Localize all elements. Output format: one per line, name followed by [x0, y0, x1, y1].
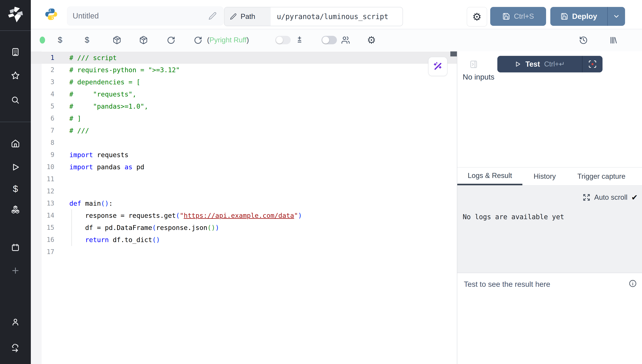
code-line[interactable]: 16 return df.to_dict() — [31, 234, 457, 246]
resources-dollar-icon[interactable]: $ — [85, 29, 89, 51]
multiplayer-toggle[interactable] — [322, 36, 337, 44]
edit-path-pencil-icon — [230, 13, 237, 20]
code-line[interactable]: 14 response = requests.get("https://api.… — [31, 209, 457, 222]
windmill-logo[interactable] — [6, 5, 25, 24]
workspace-switch-icon[interactable] — [11, 344, 20, 353]
star-icon[interactable] — [11, 71, 20, 80]
package-icon[interactable] — [139, 36, 148, 44]
save-draft-button[interactable]: Ctrl+S — [490, 7, 546, 26]
line-number: 5 — [31, 102, 54, 110]
deploy-label: Deploy — [572, 12, 597, 20]
python-logo-icon — [45, 8, 58, 21]
user-icon[interactable] — [11, 318, 20, 327]
line-number: 7 — [31, 127, 54, 134]
no-logs-text: No logs are available yet — [463, 213, 564, 221]
code-line[interactable]: 12 — [31, 185, 457, 197]
deploy-button[interactable]: Deploy — [550, 7, 607, 26]
tab-trigger-capture[interactable]: Trigger capture — [567, 168, 636, 185]
ai-assistant-button[interactable] — [428, 57, 448, 76]
collapse-panel-icon[interactable] — [469, 59, 478, 69]
code-line[interactable]: 6# ] — [31, 112, 457, 124]
script-path-widget[interactable]: Path u/pyranota/luminous_script — [224, 7, 403, 26]
deploy-button-group: Deploy — [550, 7, 625, 26]
sidebar-divider — [0, 122, 31, 122]
script-title-field[interactable]: Untitled — [67, 6, 224, 26]
code-editor[interactable]: 1# /// script2# requires-python = ">=3.1… — [31, 51, 457, 364]
chevron-down-icon — [613, 13, 620, 20]
line-number: 13 — [31, 200, 54, 207]
refresh-icon[interactable] — [167, 36, 175, 44]
code-line[interactable]: 3# dependencies = [ — [31, 76, 457, 88]
line-number: 1 — [31, 54, 54, 62]
building-icon[interactable] — [11, 48, 20, 56]
test-shortcut: Ctrl+↵ — [544, 60, 565, 68]
sidebar-divider — [0, 30, 31, 31]
code-line[interactable]: 11 — [31, 173, 457, 185]
save-shortcut-label: Ctrl+S — [514, 12, 534, 20]
code-text: # "pandas>=1.0", — [69, 102, 148, 110]
tab-history[interactable]: History — [523, 168, 566, 185]
capture-run-button[interactable] — [582, 56, 602, 72]
code-line[interactable]: 17 — [31, 246, 457, 258]
plus-icon[interactable] — [11, 266, 20, 275]
code-line[interactable]: 1# /// script — [31, 52, 457, 64]
code-text: return df.to_dict() — [69, 236, 160, 244]
boxes-icon[interactable] — [11, 205, 20, 214]
deploy-options-button[interactable] — [608, 7, 625, 26]
library-icon[interactable] — [609, 36, 618, 45]
code-line[interactable]: 9import requests — [31, 149, 457, 161]
logs-section: Auto scroll ✔ No logs are available yet — [457, 186, 642, 273]
variables-dollar-icon[interactable]: $ — [58, 29, 62, 51]
run-panel: Test Ctrl+↵ No inputs Logs & ResultHisto… — [457, 51, 642, 364]
no-inputs-text: No inputs — [463, 73, 494, 81]
users-icon — [341, 36, 350, 44]
play-icon[interactable] — [11, 162, 20, 172]
history-icon[interactable] — [579, 36, 588, 45]
line-number: 2 — [31, 66, 54, 74]
editor-scrollbar-thumb[interactable] — [450, 52, 457, 56]
code-line[interactable]: 5# "pandas>=1.0", — [31, 100, 457, 112]
status-dot — [40, 36, 45, 44]
line-number: 3 — [31, 78, 54, 86]
code-line[interactable]: 10import pandas as pd — [31, 161, 457, 173]
test-button[interactable]: Test Ctrl+↵ — [497, 56, 582, 72]
code-text: # /// script — [69, 54, 117, 62]
diff-mode-toggle[interactable] — [275, 36, 291, 44]
edit-title-pencil-icon[interactable] — [208, 12, 217, 20]
code-line[interactable]: 4# "requests", — [31, 88, 457, 100]
search-icon[interactable] — [11, 96, 20, 105]
code-line[interactable]: 8 — [31, 136, 457, 149]
code-text: # ] — [69, 114, 81, 122]
line-number: 15 — [31, 224, 54, 231]
home-icon[interactable] — [11, 139, 20, 148]
record-frame-icon — [588, 60, 597, 68]
line-number: 11 — [31, 175, 54, 183]
test-label: Test — [526, 60, 540, 68]
dollar-sign-icon[interactable]: $ — [11, 184, 20, 193]
code-line[interactable]: 2# requires-python = ">=3.12" — [31, 64, 457, 76]
calendar-icon[interactable] — [11, 243, 20, 252]
test-button-group: Test Ctrl+↵ — [497, 56, 602, 72]
linter-names: Pyright Ruff — [210, 36, 246, 44]
result-section: Test to see the result here — [457, 273, 642, 364]
gear-icon: ⚙ — [472, 11, 482, 23]
path-label-segment[interactable]: Path — [224, 7, 271, 26]
panel-tabs: Logs & ResultHistoryTrigger capture — [457, 167, 642, 186]
diff-icon — [295, 36, 304, 44]
top-header: Untitled Path u/pyranota/luminous_script… — [31, 0, 642, 29]
tab-logs-result[interactable]: Logs & Result — [457, 168, 522, 185]
script-editor-page: $ — [0, 0, 642, 364]
script-settings-button[interactable]: ⚙ — [467, 7, 487, 26]
code-line[interactable]: 15 df = pd.DataFrame(response.json()) — [31, 222, 457, 234]
refresh-icon[interactable] — [194, 36, 202, 44]
code-line[interactable]: 13def main(): — [31, 197, 457, 209]
code-text: # requires-python = ">=3.12" — [69, 66, 180, 74]
info-icon[interactable] — [628, 279, 637, 288]
code-line[interactable]: 7# /// — [31, 124, 457, 136]
line-number: 8 — [31, 139, 54, 146]
editor-settings-gear-icon[interactable]: ⚙ — [367, 29, 376, 51]
script-title: Untitled — [72, 7, 99, 25]
code-text: df = pd.DataFrame(response.json()) — [69, 224, 219, 232]
auto-scroll-control[interactable]: Auto scroll ✔ — [583, 193, 638, 202]
package-icon[interactable] — [112, 36, 121, 44]
